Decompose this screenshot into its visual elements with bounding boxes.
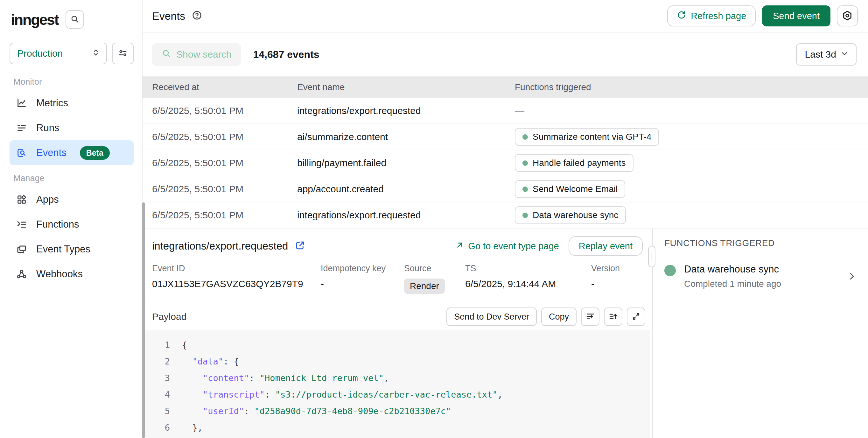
sidebar-item-label: Runs (36, 122, 59, 134)
code-line: 2 "data": { (143, 353, 650, 370)
table-row[interactable]: 6/5/2025, 5:50:01 PM app/account.created… (143, 176, 868, 202)
chevron-right-icon (847, 271, 857, 281)
table-row[interactable]: 6/5/2025, 5:50:01 PM integrations/export… (143, 98, 868, 124)
environment-settings-button[interactable] (112, 43, 134, 64)
refresh-page-label: Refresh page (691, 11, 746, 21)
sidebar-item-label: Events (36, 147, 66, 158)
column-header-event-name: Event name (297, 82, 515, 92)
time-range-selector[interactable]: Last 3d (796, 43, 857, 65)
panel-resize-handle[interactable] (648, 246, 655, 267)
help-button[interactable] (191, 10, 203, 22)
refresh-page-button[interactable]: Refresh page (667, 5, 756, 26)
time-range-value: Last 3d (805, 49, 836, 60)
table-row[interactable]: 6/5/2025, 5:50:01 PM ai/summarize.conten… (143, 124, 868, 150)
lines-arrow-up-icon (608, 312, 618, 322)
global-search-button[interactable] (66, 10, 84, 29)
table-row[interactable]: 6/5/2025, 5:50:01 PM integrations/export… (143, 202, 868, 229)
payload-header: Payload Send to Dev Server Copy (143, 303, 652, 330)
replay-event-button[interactable]: Replay event (568, 236, 643, 256)
sidebar-item-metrics[interactable]: Metrics (9, 91, 134, 116)
help-icon (191, 10, 203, 22)
sidebar-item-webhooks[interactable]: Webhooks (9, 262, 134, 287)
received-at-cell: 6/5/2025, 5:50:01 PM (152, 210, 297, 221)
line-number: 3 (143, 373, 170, 383)
copy-button[interactable]: Copy (541, 308, 577, 326)
sidebar-item-functions[interactable]: Functions (9, 212, 134, 237)
triggered-function-name: Data warehouse sync (684, 264, 781, 275)
app-root: inngest Production Monitor (0, 0, 868, 438)
external-link-icon (295, 240, 305, 252)
function-pill[interactable]: Handle failed payments (515, 154, 633, 172)
search-icon (70, 14, 79, 25)
payload-title: Payload (152, 311, 186, 322)
sidebar: inngest Production Monitor (0, 0, 143, 438)
send-to-dev-server-label: Send to Dev Server (454, 312, 529, 322)
send-event-button[interactable]: Send event (762, 5, 831, 26)
sliders-icon (118, 48, 128, 59)
expand-button[interactable] (627, 308, 645, 326)
show-search-button[interactable]: Show search (152, 43, 241, 66)
function-status-dot-icon (664, 265, 676, 276)
search-icon (162, 49, 171, 60)
line-number: 1 (143, 340, 170, 350)
line-number: 2 (143, 356, 170, 367)
status-dot-icon (523, 213, 528, 218)
meta-label-ts: TS (465, 264, 591, 273)
go-to-event-type-link[interactable]: Go to event type page (455, 241, 559, 252)
triggered-function-status: Completed 1 minute ago (684, 279, 781, 289)
event-name-cell: integrations/export.requested (297, 105, 515, 116)
code-line: 1 { (143, 337, 650, 353)
word-wrap-icon (585, 312, 595, 322)
function-pill-label: Summarize content via GPT-4 (533, 132, 651, 142)
event-detail-title: integrations/export.requested (152, 240, 288, 252)
sidebar-item-label: Webhooks (36, 268, 83, 280)
function-pill[interactable]: Data warehouse sync (515, 206, 626, 224)
status-dot-icon (523, 134, 528, 140)
settings-button[interactable] (837, 5, 858, 26)
nav-section-monitor: Monitor (13, 77, 134, 87)
column-header-functions-triggered: Functions triggered (515, 82, 868, 92)
scroll-to-top-button[interactable] (604, 308, 622, 326)
triggered-function-item[interactable]: Data warehouse sync Completed 1 minute a… (664, 264, 857, 289)
meta-label-source: Source (404, 264, 465, 273)
function-pill-label: Send Welcome Email (533, 184, 618, 194)
send-event-label: Send event (773, 11, 819, 21)
webhooks-icon (16, 268, 27, 280)
sidebar-item-event-types[interactable]: Event Types (9, 237, 134, 262)
status-dot-icon (523, 186, 528, 192)
received-at-cell: 6/5/2025, 5:50:01 PM (152, 105, 297, 116)
source-badge: Render (404, 279, 445, 294)
topbar: Events Refresh page Send event (143, 0, 868, 32)
open-event-button[interactable] (295, 240, 305, 252)
line-number: 4 (143, 390, 170, 400)
events-count: 14,687 events (253, 49, 319, 60)
events-toolbar: Show search 14,687 events Last 3d (143, 32, 868, 77)
line-number: 5 (143, 406, 170, 416)
code-line: 4 "transcript": "s3://product-ideas/carb… (143, 386, 650, 403)
page-title: Events (152, 10, 185, 22)
go-to-event-type-label: Go to event type page (468, 241, 559, 252)
expand-icon (631, 312, 641, 322)
table-row[interactable]: 6/5/2025, 5:50:01 PM billing/payment.fai… (143, 150, 868, 176)
events-icon (16, 147, 27, 158)
runs-icon (16, 122, 27, 134)
code-line: 3 "content": "Homenick Ltd rerum vel", (143, 370, 650, 386)
beta-badge: Beta (80, 146, 110, 160)
code-line: 7 "id": "01JX1153E7GASVZC63QY2B79T9", (143, 436, 650, 438)
function-pill[interactable]: Summarize content via GPT-4 (515, 128, 659, 146)
sidebar-item-apps[interactable]: Apps (9, 187, 134, 212)
sidebar-item-runs[interactable]: Runs (9, 116, 134, 140)
function-pill[interactable]: Send Welcome Email (515, 180, 625, 198)
gear-icon (842, 10, 853, 22)
send-to-dev-server-button[interactable]: Send to Dev Server (446, 308, 537, 326)
sidebar-item-events[interactable]: Events Beta (9, 140, 134, 165)
meta-label-idempotency-key: Idempotency key (321, 264, 404, 273)
environment-selector[interactable]: Production (9, 43, 107, 64)
main-area: Events Refresh page Send event (143, 0, 868, 438)
payload-code-viewer[interactable]: 1 { 2 "data": { 3 "content": "Homenick L… (143, 330, 650, 438)
event-name-cell: integrations/export.requested (297, 210, 515, 221)
vertical-scrollbar[interactable] (142, 202, 145, 438)
show-search-label: Show search (176, 49, 231, 60)
word-wrap-button[interactable] (581, 308, 599, 326)
chevron-up-down-icon (91, 48, 100, 60)
